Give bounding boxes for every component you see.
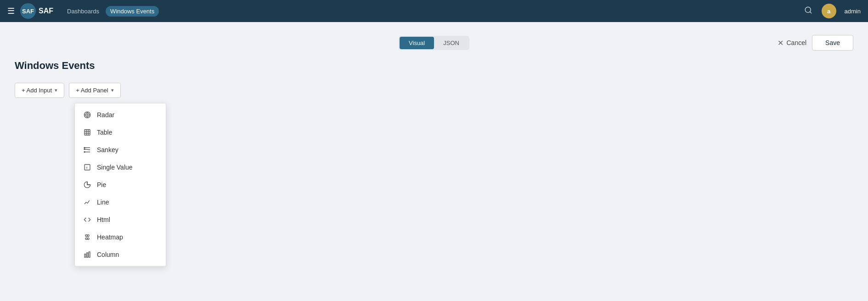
panel-option-column-label: Column xyxy=(97,251,119,258)
main-content: Visual JSON ✕ Cancel Save Windows Events… xyxy=(0,22,868,301)
svg-rect-9 xyxy=(85,130,90,135)
add-input-chevron-icon: ▾ xyxy=(55,87,57,93)
svg-line-1 xyxy=(810,11,811,13)
add-panel-label: + Add Panel xyxy=(76,87,108,94)
column-icon xyxy=(83,250,91,259)
add-panel-button[interactable]: + Add Panel ▾ xyxy=(69,83,120,98)
html-icon xyxy=(83,216,91,224)
heatmap-icon xyxy=(83,233,91,241)
svg-point-17 xyxy=(84,147,85,148)
panel-option-line[interactable]: Line xyxy=(75,193,166,211)
table-icon xyxy=(83,128,91,136)
logo-label: SAF xyxy=(39,7,53,15)
svg-point-4 xyxy=(87,114,88,116)
page-title: Windows Events xyxy=(15,60,853,72)
cancel-x-icon: ✕ xyxy=(778,39,783,47)
sankey-icon xyxy=(83,146,91,154)
username-label: admin xyxy=(845,8,861,15)
hamburger-icon[interactable]: ☰ xyxy=(7,6,15,16)
svg-text:8: 8 xyxy=(86,166,88,169)
svg-point-18 xyxy=(84,149,85,150)
navbar: ☰ SAF SAF Dashboards Windows Events a ad… xyxy=(0,0,868,22)
pie-icon xyxy=(83,181,91,189)
panel-option-html-label: Html xyxy=(97,216,110,223)
panel-option-table[interactable]: Table xyxy=(75,124,166,141)
panel-option-radar-label: Radar xyxy=(97,111,114,119)
right-actions: ✕ Cancel Save xyxy=(778,35,853,51)
svg-rect-28 xyxy=(85,254,86,257)
action-bar: Visual JSON ✕ Cancel Save xyxy=(15,35,853,51)
svg-point-3 xyxy=(85,113,89,117)
visual-tab[interactable]: Visual xyxy=(400,37,434,49)
panel-option-sankey[interactable]: Sankey xyxy=(75,141,166,159)
panel-option-pie[interactable]: Pie xyxy=(75,176,166,193)
cancel-button[interactable]: ✕ Cancel xyxy=(778,39,806,47)
panel-option-table-label: Table xyxy=(97,129,112,136)
logo-circle: SAF xyxy=(20,3,36,19)
panel-option-heatmap[interactable]: Heatmap xyxy=(75,228,166,246)
panel-option-sankey-label: Sankey xyxy=(97,146,118,153)
panel-option-single-value[interactable]: 8 Single Value xyxy=(75,159,166,176)
svg-line-15 xyxy=(85,149,90,150)
avatar[interactable]: a xyxy=(822,4,836,18)
svg-point-27 xyxy=(87,238,89,239)
breadcrumb-windows-events[interactable]: Windows Events xyxy=(106,6,159,17)
search-icon[interactable] xyxy=(804,6,812,17)
add-panel-chevron-icon: ▾ xyxy=(111,87,114,93)
save-button[interactable]: Save xyxy=(812,35,853,51)
line-icon xyxy=(83,198,91,206)
single-value-icon: 8 xyxy=(83,163,91,171)
add-input-button[interactable]: + Add Input ▾ xyxy=(15,83,64,98)
svg-point-25 xyxy=(87,235,89,237)
svg-rect-30 xyxy=(89,252,90,257)
add-panel-dropdown: Radar Table xyxy=(74,103,166,267)
add-input-label: + Add Input xyxy=(22,87,52,94)
panel-option-single-value-label: Single Value xyxy=(97,164,133,171)
cancel-label: Cancel xyxy=(786,39,806,46)
panel-option-column[interactable]: Column xyxy=(75,246,166,263)
button-row: + Add Input ▾ + Add Panel ▾ xyxy=(15,83,853,98)
panel-option-radar[interactable]: Radar xyxy=(75,106,166,124)
panel-option-heatmap-label: Heatmap xyxy=(97,233,123,241)
nav-logo: SAF SAF xyxy=(20,3,53,19)
radar-icon xyxy=(83,111,91,119)
json-tab[interactable]: JSON xyxy=(434,37,468,49)
panel-option-html[interactable]: Html xyxy=(75,211,166,228)
breadcrumb-dashboards[interactable]: Dashboards xyxy=(62,6,104,17)
panel-option-pie-label: Pie xyxy=(97,181,106,188)
panel-option-line-label: Line xyxy=(97,199,109,206)
view-toggle: Visual JSON xyxy=(399,36,469,50)
breadcrumb: Dashboards Windows Events xyxy=(62,6,159,17)
svg-rect-29 xyxy=(87,253,88,257)
svg-point-19 xyxy=(84,152,85,153)
